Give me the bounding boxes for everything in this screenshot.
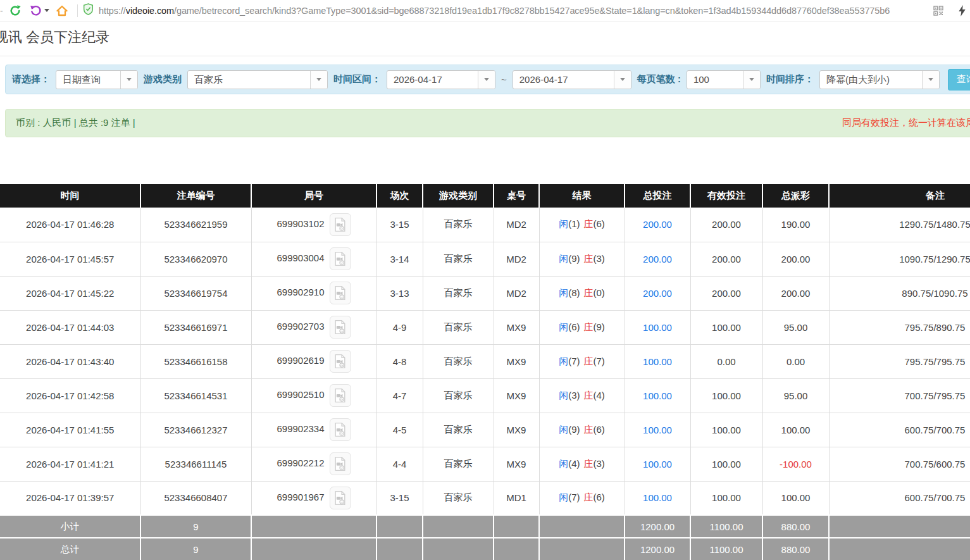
player-result: 闲 (559, 390, 568, 401)
video-replay-button[interactable] (330, 316, 351, 339)
column-header: 桌号 (494, 184, 539, 208)
total-bet-link[interactable]: 100.00 (643, 492, 672, 503)
search-button[interactable]: 查询 (948, 69, 970, 90)
page-title: 视讯 会员下注纪录 (0, 28, 970, 47)
page-size-select[interactable]: 100 (687, 70, 761, 89)
cell-result: 闲(4)庄(3) (539, 447, 625, 481)
cell-time: 2026-04-17 01:44:03 (0, 310, 140, 344)
total-bet-link[interactable]: 100.00 (643, 322, 672, 333)
cell-result: 闲(6)庄(9) (539, 310, 625, 344)
cell-table-no: MX9 (494, 344, 539, 378)
reload-icon[interactable] (7, 3, 23, 19)
cell-table-no: MD2 (494, 208, 539, 242)
total-bet-link[interactable]: 200.00 (643, 219, 672, 230)
video-replay-button[interactable] (330, 452, 351, 475)
cell-result: 闲(8)庄(0) (539, 276, 625, 310)
url-text[interactable]: https://videoie.com/game/betrecord_searc… (99, 6, 890, 16)
undo-dropdown-caret-icon[interactable] (44, 9, 49, 12)
video-replay-button[interactable] (330, 282, 351, 304)
video-replay-button[interactable] (330, 213, 351, 236)
qr-code-icon[interactable] (930, 3, 947, 19)
video-replay-button[interactable] (330, 418, 351, 441)
cell-game-type: 百家乐 (423, 447, 494, 481)
cell-valid-bet: 100.00 (690, 447, 762, 481)
cell-table-no: MX9 (494, 413, 539, 447)
date-range-separator: ~ (501, 74, 507, 85)
table-row: 2026-04-17 01:42:58 523346614531 6999025… (0, 378, 970, 413)
total-bet-link[interactable]: 100.00 (643, 356, 672, 367)
total-bet-link[interactable]: 100.00 (643, 459, 672, 470)
address-bar[interactable]: https://videoie.com/game/betrecord_searc… (83, 3, 924, 18)
summary-row: 总计 9 1200.00 1100.00 880.00 (0, 538, 970, 560)
cell-bet-id: 523346619754 (140, 276, 251, 310)
total-bet-link[interactable]: 200.00 (643, 254, 672, 264)
banker-result: 庄 (584, 390, 594, 401)
table-row: 2026-04-17 01:41:55 523346612327 6999023… (0, 413, 970, 447)
video-replay-button[interactable] (330, 247, 351, 270)
total-bet-link[interactable]: 200.00 (643, 288, 672, 299)
query-type-select[interactable]: 日期查询 (56, 70, 138, 89)
cell-session: 3-15 (376, 208, 423, 242)
undo-icon[interactable] (27, 3, 44, 19)
cell-remark: 890.75/1090.75 (829, 276, 970, 310)
cell-total-bet: 100.00 (625, 413, 690, 447)
column-header: 备注 (829, 184, 970, 208)
date-to-picker[interactable]: 2026-04-17 (513, 70, 631, 89)
cell-total-bet: 200.00 (625, 242, 690, 276)
cell-game-type: 百家乐 (423, 378, 494, 413)
total-bet-link[interactable]: 100.00 (643, 425, 672, 435)
cell-session: 4-7 (376, 378, 423, 413)
cell-payout: 100.00 (762, 481, 829, 515)
cell-time: 2026-04-17 01:39:57 (0, 481, 140, 515)
table-row: 2026-04-17 01:44:03 523346616971 6999027… (0, 310, 970, 344)
cell-payout: 200.00 (762, 242, 829, 276)
cell-time: 2026-04-17 01:42:58 (0, 378, 140, 413)
chevron-down-icon (310, 71, 327, 89)
currency-total-text: 币别 : 人民币 | 总共 :9 注单 | (16, 117, 135, 129)
summary-valid-bet: 1100.00 (690, 515, 762, 538)
cell-result: 闲(7)庄(7) (539, 344, 625, 378)
video-replay-button[interactable] (330, 384, 351, 407)
player-result: 闲 (559, 458, 568, 469)
sort-order-label: 时间排序： (766, 73, 814, 85)
cell-session: 4-5 (376, 413, 423, 447)
total-bet-link[interactable]: 100.00 (643, 390, 672, 401)
cell-valid-bet: 100.00 (690, 413, 762, 447)
home-icon[interactable] (54, 3, 70, 19)
column-header: 有效投注 (690, 184, 762, 208)
video-replay-button[interactable] (330, 350, 351, 373)
cell-round-id: 699902334 (251, 413, 376, 447)
date-from-picker[interactable]: 2026-04-17 (387, 70, 495, 89)
sort-order-select[interactable]: 降幂(由大到小) (819, 70, 940, 89)
select-type-label: 请选择： (12, 73, 50, 85)
cell-valid-bet: 200.00 (690, 208, 762, 242)
player-result: 闲 (559, 492, 568, 502)
banker-result: 庄 (584, 287, 594, 298)
security-shield-icon[interactable] (83, 3, 94, 18)
summary-row: 小计 9 1200.00 1100.00 880.00 (0, 515, 970, 538)
chevron-down-icon (120, 71, 137, 89)
lightning-icon[interactable] (954, 3, 970, 19)
cell-remark: 700.75/795.75 (829, 378, 970, 413)
column-header: 总投注 (625, 184, 690, 208)
player-result: 闲 (559, 218, 568, 229)
cell-valid-bet: 200.00 (690, 242, 762, 276)
cell-result: 闲(7)庄(6) (539, 481, 625, 515)
cell-total-bet: 100.00 (625, 481, 690, 515)
column-header: 注单编号 (140, 184, 251, 208)
banker-result: 庄 (584, 458, 594, 469)
cell-round-id: 699902510 (251, 378, 376, 413)
cell-time: 2026-04-17 01:46:28 (0, 208, 140, 242)
cell-valid-bet: 200.00 (690, 276, 762, 310)
banker-result: 庄 (584, 356, 594, 366)
video-replay-button[interactable] (330, 487, 351, 509)
game-type-select[interactable]: 百家乐 (187, 70, 328, 89)
cell-round-id: 699902910 (251, 276, 376, 310)
table-row: 2026-04-17 01:43:40 523346616158 6999026… (0, 344, 970, 378)
cell-payout: 190.00 (762, 208, 829, 242)
cell-valid-bet: 100.00 (690, 481, 762, 515)
chevron-down-icon (922, 71, 939, 89)
cell-result: 闲(9)庄(6) (539, 413, 625, 447)
cell-round-id: 699903004 (251, 242, 376, 276)
cell-table-no: MX9 (494, 310, 539, 344)
